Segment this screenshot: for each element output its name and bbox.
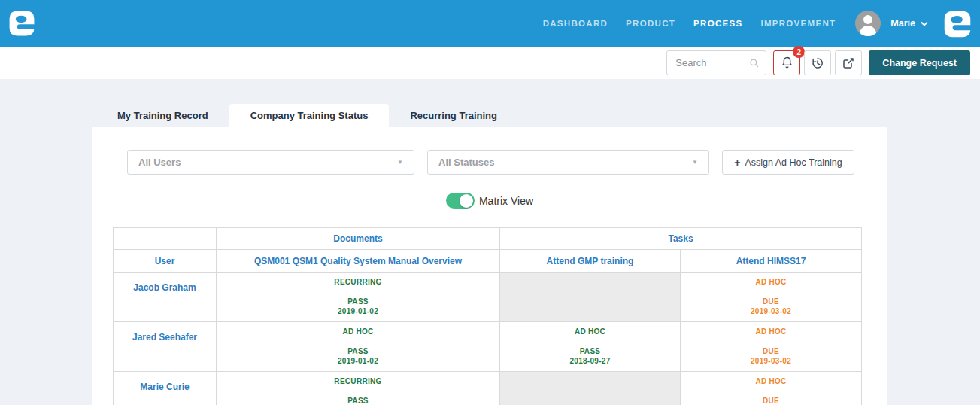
status-result: PASS xyxy=(217,297,499,306)
notifications-button[interactable]: 2 xyxy=(773,50,800,75)
caret-down-icon: ▼ xyxy=(692,159,698,166)
page-content: My Training Record Company Training Stat… xyxy=(0,79,980,405)
training-status-cell[interactable]: AD HOCPASS2019-01-02 xyxy=(217,322,500,372)
empty-status-cell xyxy=(500,273,681,322)
status-result: PASS xyxy=(500,347,680,355)
table-row: Marie CurieRECURRINGPASS2019-01-02AD HOC… xyxy=(114,372,862,405)
training-status-cell[interactable]: RECURRINGPASS2019-01-02 xyxy=(217,372,500,405)
group-header-cell: Tasks xyxy=(500,228,862,250)
users-filter-select[interactable]: All Users ▼ xyxy=(127,150,414,175)
status-type: RECURRING xyxy=(217,278,499,286)
notification-count-badge: 2 xyxy=(793,46,805,58)
avatar-body-icon xyxy=(860,26,876,36)
open-external-button[interactable] xyxy=(835,50,862,75)
training-matrix-table: DocumentsTasksUserQSM001 QSM1 Quality Sy… xyxy=(113,227,862,405)
status-date: 2019-03-02 xyxy=(681,307,861,315)
training-item-header[interactable]: Attend HIMSS17 xyxy=(681,250,862,273)
table-body: Jacob GrahamRECURRINGPASS2019-01-02AD HO… xyxy=(114,273,862,405)
status-type: AD HOC xyxy=(681,278,861,286)
nav-item-product[interactable]: PRODUCT xyxy=(626,19,675,28)
status-date: 2019-01-02 xyxy=(217,357,499,365)
secondary-toolbar: 2 Change Request xyxy=(0,47,980,79)
statuses-filter-value: All Statuses xyxy=(438,157,494,168)
user-cell: Jared Seehafer xyxy=(114,322,217,372)
assign-button-label: Assign Ad Hoc Training xyxy=(745,157,842,168)
brand-logo-icon xyxy=(942,9,971,38)
statuses-filter-select[interactable]: All Statuses ▼ xyxy=(427,150,709,175)
status-result: DUE xyxy=(681,397,861,405)
history-button[interactable] xyxy=(804,50,831,75)
status-type: AD HOC xyxy=(500,327,680,336)
training-status-cell[interactable]: AD HOCDUE2019-03-02 xyxy=(681,322,862,372)
nav-item-dashboard[interactable]: DASHBOARD xyxy=(543,19,608,28)
toggle-knob xyxy=(460,194,473,208)
status-result: PASS xyxy=(217,347,499,355)
users-filter-value: All Users xyxy=(138,157,181,168)
nav-item-improvement[interactable]: IMPROVEMENT xyxy=(760,19,836,28)
status-type: AD HOC xyxy=(217,327,499,336)
plus-icon: + xyxy=(734,157,740,169)
table-header: DocumentsTasksUserQSM001 QSM1 Quality Sy… xyxy=(114,228,862,273)
history-icon xyxy=(810,56,825,71)
nav-item-process[interactable]: PROCESS xyxy=(693,19,742,28)
user-link[interactable]: Jacob Graham xyxy=(133,282,196,293)
table-row: Jacob GrahamRECURRINGPASS2019-01-02AD HO… xyxy=(114,273,862,322)
primary-nav: DASHBOARD PRODUCT PROCESS IMPROVEMENT xyxy=(543,19,836,28)
training-item-header[interactable]: QSM001 QSM1 Quality System Manual Overvi… xyxy=(217,250,500,273)
status-date: 2019-01-02 xyxy=(217,307,499,315)
status-date: 2019-03-02 xyxy=(681,357,861,365)
status-result: DUE xyxy=(681,297,861,306)
user-link[interactable]: Jared Seehafer xyxy=(132,332,197,343)
search-box xyxy=(666,50,766,75)
top-navbar: DASHBOARD PRODUCT PROCESS IMPROVEMENT Ma… xyxy=(0,0,980,47)
change-request-button[interactable]: Change Request xyxy=(869,50,970,75)
status-date: 2018-09-27 xyxy=(500,357,680,365)
empty-status-cell xyxy=(500,372,681,405)
training-status-panel: All Users ▼ All Statuses ▼ + Assign Ad H… xyxy=(92,127,887,405)
bell-icon xyxy=(780,56,794,70)
tab-bar: My Training Record Company Training Stat… xyxy=(96,79,980,127)
training-status-cell[interactable]: AD HOCDUE2019-03-02 xyxy=(681,273,862,322)
app-logo-icon[interactable] xyxy=(8,9,36,38)
search-icon xyxy=(749,57,760,69)
search-input[interactable] xyxy=(675,57,749,69)
caret-down-icon: ▼ xyxy=(397,159,403,166)
tab-company-training-status[interactable]: Company Training Status xyxy=(229,104,390,127)
matrix-view-toggle[interactable] xyxy=(446,193,475,209)
table-row: Jared SeehaferAD HOCPASS2019-01-02AD HOC… xyxy=(114,322,862,372)
training-status-cell[interactable]: RECURRINGPASS2019-01-02 xyxy=(217,273,500,322)
status-type: RECURRING xyxy=(217,377,499,385)
training-status-cell[interactable]: AD HOCDUE2019-03-02 xyxy=(681,372,862,405)
tab-recurring-training[interactable]: Recurring Training xyxy=(389,104,518,127)
group-header-cell: Documents xyxy=(217,228,500,250)
user-column-header: User xyxy=(114,250,217,273)
user-menu[interactable]: Marie xyxy=(890,18,928,29)
user-cell: Marie Curie xyxy=(114,372,217,405)
matrix-view-row: Matrix View xyxy=(92,193,887,209)
status-result: PASS xyxy=(217,397,499,405)
matrix-view-label: Matrix View xyxy=(479,195,533,207)
filters-row: All Users ▼ All Statuses ▼ + Assign Ad H… xyxy=(92,127,887,175)
corner-header-cell xyxy=(114,228,217,250)
chevron-down-icon xyxy=(921,21,928,26)
user-link[interactable]: Marie Curie xyxy=(140,382,189,392)
tab-my-training-record[interactable]: My Training Record xyxy=(96,104,229,127)
user-avatar[interactable] xyxy=(855,11,881,36)
training-item-header[interactable]: Attend GMP training xyxy=(500,250,681,273)
user-name-label: Marie xyxy=(890,18,915,29)
status-type: AD HOC xyxy=(681,377,861,385)
status-result: DUE xyxy=(681,347,861,355)
training-status-cell[interactable]: AD HOCPASS2018-09-27 xyxy=(500,322,681,372)
assign-ad-hoc-training-button[interactable]: + Assign Ad Hoc Training xyxy=(722,150,854,175)
avatar-head-icon xyxy=(863,15,872,24)
status-type: AD HOC xyxy=(681,327,861,336)
external-link-icon xyxy=(842,56,855,70)
user-cell: Jacob Graham xyxy=(114,273,217,322)
